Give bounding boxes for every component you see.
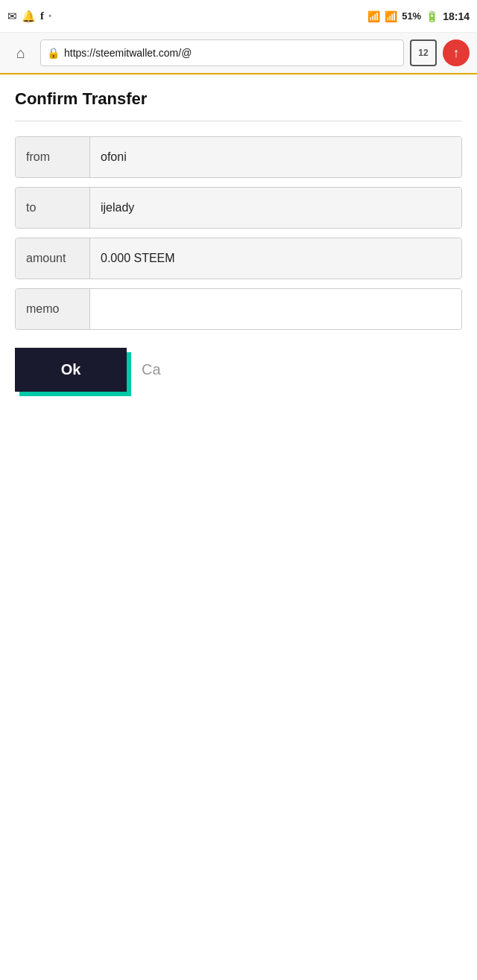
to-value: ijelady (90, 188, 461, 228)
tabs-button[interactable]: 12 (410, 39, 437, 66)
ok-button[interactable]: Ok (15, 348, 127, 392)
memo-label: memo (16, 289, 90, 329)
browser-bar: ⌂ 🔒 https://steemitwallet.com/@ 12 ↑ (0, 33, 477, 74)
message-icon: ✉ (7, 10, 17, 23)
home-button[interactable]: ⌂ (7, 39, 34, 66)
from-value: ofoni (90, 137, 461, 177)
amount-row: amount 0.000 STEEM (15, 238, 462, 279)
home-icon: ⌂ (16, 45, 25, 62)
status-bar-right: 📶 📶 51% 🔋 18:14 (367, 10, 470, 22)
refresh-icon: ↑ (453, 45, 460, 61)
page-content: Confirm Transfer from ofoni to ijelady a… (0, 74, 477, 421)
battery-icon: 🔋 (426, 10, 438, 22)
buttons-row: Ok Ca (15, 348, 462, 392)
to-row: to ijelady (15, 187, 462, 229)
wifi-icon: 📶 (367, 10, 380, 22)
memo-row: memo (15, 288, 462, 330)
address-bar[interactable]: 🔒 https://steemitwallet.com/@ (40, 39, 404, 66)
from-label: from (16, 137, 90, 177)
refresh-button[interactable]: ↑ (443, 39, 470, 66)
amount-value: 0.000 STEEM (90, 238, 461, 279)
clock: 18:14 (443, 10, 470, 22)
status-bar: ✉ 🔔 f • 📶 📶 51% 🔋 18:14 (0, 0, 477, 33)
facebook-icon: f (40, 10, 44, 22)
to-label: to (16, 188, 90, 228)
url-text: https://steemitwallet.com/@ (64, 47, 192, 59)
divider (15, 121, 462, 121)
tab-count: 12 (418, 48, 428, 58)
status-bar-left: ✉ 🔔 f • (7, 10, 51, 23)
lock-icon: 🔒 (47, 47, 60, 59)
signal-icon: 📶 (385, 10, 397, 22)
from-row: from ofoni (15, 136, 462, 178)
notification-icon: 🔔 (22, 10, 36, 23)
page-title: Confirm Transfer (15, 89, 462, 109)
amount-label: amount (16, 238, 90, 279)
battery-percent: 51% (402, 10, 421, 22)
dot-indicator: • (48, 11, 51, 22)
memo-value (90, 289, 461, 329)
cancel-button[interactable]: Ca (142, 361, 161, 378)
